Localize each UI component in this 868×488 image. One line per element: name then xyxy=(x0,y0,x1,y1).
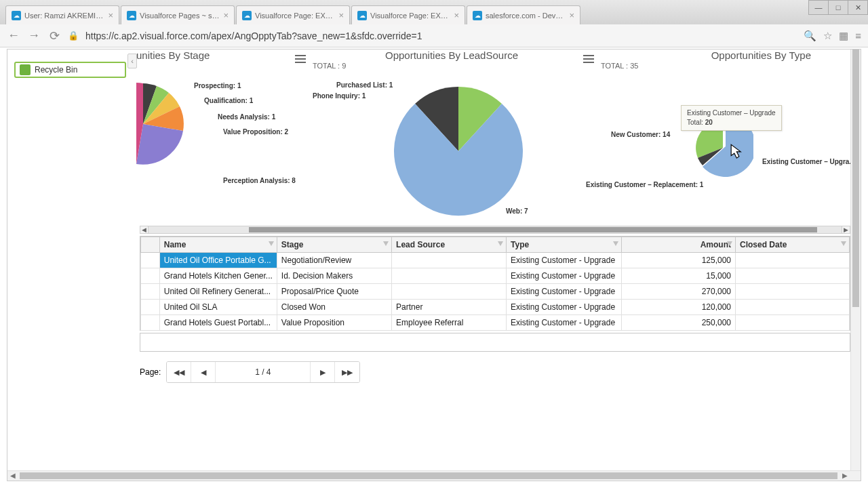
browser-tab[interactable]: ☁ Visualforce Pages ~ sales... × xyxy=(121,5,235,24)
cell-amount[interactable]: 270,000 xyxy=(621,284,735,300)
cell-lead[interactable] xyxy=(392,284,507,300)
filter-icon[interactable] xyxy=(269,241,274,246)
row-selector[interactable] xyxy=(141,253,160,268)
browser-tab[interactable]: ☁ salesforce.com - Develope... × xyxy=(467,5,580,24)
filter-icon[interactable] xyxy=(727,241,732,246)
scroll-thumb[interactable] xyxy=(249,227,817,232)
col-name[interactable]: Name xyxy=(159,237,277,253)
address-bar[interactable]: https://c.ap2.visual.force.com/apex/AngO… xyxy=(85,30,797,41)
row-selector-header[interactable] xyxy=(141,237,160,253)
scroll-thumb[interactable] xyxy=(20,472,837,479)
cell-name[interactable]: Grand Hotels Guest Portabl... xyxy=(159,315,277,331)
scroll-right-arrow[interactable]: ▶ xyxy=(842,226,850,233)
cell-amount[interactable]: 250,000 xyxy=(621,315,735,331)
table-row[interactable]: Grand Hotels Guest Portabl...Value Propo… xyxy=(141,315,850,331)
pie-leadsource[interactable] xyxy=(384,73,533,222)
cell-name[interactable]: United Oil Refinery Generat... xyxy=(159,284,277,300)
cell-stage[interactable]: Negotiation/Review xyxy=(277,253,391,268)
pager-prev-button[interactable]: ◀ xyxy=(191,362,216,382)
row-selector[interactable] xyxy=(141,268,160,284)
pager-next-button[interactable]: ▶ xyxy=(311,362,335,382)
cell-closed[interactable] xyxy=(736,253,850,268)
chart-horizontal-scrollbar[interactable]: ◀ ▶ xyxy=(140,226,850,234)
browser-tab[interactable]: ☁ User: Ramzi AKREMI ~ sal... × xyxy=(5,5,119,24)
menu-icon[interactable]: ≡ xyxy=(855,30,861,41)
col-amount[interactable]: Amount xyxy=(621,237,735,253)
tab-close-icon[interactable]: × xyxy=(569,11,574,20)
scroll-right-arrow[interactable]: ▶ xyxy=(840,471,850,481)
filter-icon[interactable] xyxy=(383,241,389,246)
cell-amount[interactable]: 15,000 xyxy=(621,268,735,284)
reload-button[interactable]: ⟳ xyxy=(47,28,61,43)
chart-menu-icon[interactable] xyxy=(583,55,594,63)
minimize-button[interactable]: — xyxy=(808,0,829,15)
col-stage[interactable]: Stage xyxy=(277,237,391,253)
cell-lead[interactable]: Partner xyxy=(392,300,507,315)
cell-type[interactable]: Existing Customer - Upgrade xyxy=(507,315,622,331)
pie-stage[interactable] xyxy=(136,77,191,171)
pie-label: Web: 7 xyxy=(506,207,528,215)
sidebar-collapse-handle[interactable]: ‹ xyxy=(127,54,137,68)
table-row[interactable]: United Oil SLAClosed WonPartnerExisting … xyxy=(141,300,850,315)
search-icon[interactable]: 🔍 xyxy=(804,30,816,42)
recycle-bin-link[interactable]: Recycle Bin xyxy=(14,62,126,78)
pager-last-button[interactable]: ▶▶ xyxy=(335,362,359,382)
chart-total: TOTAL : 35 xyxy=(601,62,638,70)
tab-close-icon[interactable]: × xyxy=(338,11,344,20)
maximize-button[interactable]: □ xyxy=(828,0,848,15)
browser-tab[interactable]: ☁ Visualforce Page: EX11An... × xyxy=(236,5,350,24)
scroll-left-arrow[interactable]: ◀ xyxy=(140,226,149,233)
cell-amount[interactable]: 120,000 xyxy=(621,300,735,315)
cell-closed[interactable] xyxy=(736,268,850,284)
cell-closed[interactable] xyxy=(736,284,850,300)
cell-type[interactable]: Existing Customer - Upgrade xyxy=(507,284,622,300)
close-button[interactable]: ✕ xyxy=(848,0,868,15)
table-row[interactable]: United Oil Office Portable G...Negotiati… xyxy=(141,253,850,268)
col-type[interactable]: Type xyxy=(507,237,622,253)
tab-close-icon[interactable]: × xyxy=(454,11,459,20)
salesforce-favicon: ☁ xyxy=(12,11,21,20)
row-selector[interactable] xyxy=(141,284,160,300)
chart-menu-icon[interactable] xyxy=(295,55,306,63)
tab-close-icon[interactable]: × xyxy=(108,11,113,20)
cell-name[interactable]: United Oil Office Portable G... xyxy=(159,253,277,268)
tooltip-total-label: Total: xyxy=(687,119,703,126)
cell-lead[interactable] xyxy=(392,253,507,268)
bookmark-icon[interactable]: ☆ xyxy=(823,30,832,42)
row-selector[interactable] xyxy=(141,315,160,331)
cell-lead[interactable]: Employee Referral xyxy=(392,315,507,331)
table-row[interactable]: Grand Hotels Kitchen Gener...Id. Decisio… xyxy=(141,268,850,284)
cell-closed[interactable] xyxy=(736,315,850,331)
cell-lead[interactable] xyxy=(392,268,507,284)
cell-stage[interactable]: Proposal/Price Quote xyxy=(277,284,391,300)
window-horizontal-scrollbar[interactable]: ◀ ▶ xyxy=(7,470,861,481)
col-lead[interactable]: Lead Source xyxy=(392,237,507,253)
extension-icon[interactable]: ▦ xyxy=(839,30,848,42)
vertical-scrollbar[interactable] xyxy=(850,49,861,481)
row-selector[interactable] xyxy=(141,300,160,315)
filter-icon[interactable] xyxy=(613,241,618,246)
filter-icon[interactable] xyxy=(841,241,846,246)
pie-label: Needs Analysis: 1 xyxy=(218,113,275,121)
cell-stage[interactable]: Value Proposition xyxy=(277,315,391,331)
cell-type[interactable]: Existing Customer - Upgrade xyxy=(507,253,622,268)
col-closed[interactable]: Closed Date xyxy=(736,237,850,253)
cell-name[interactable]: Grand Hotels Kitchen Gener... xyxy=(159,268,277,284)
cell-type[interactable]: Existing Customer - Upgrade xyxy=(507,300,622,315)
cell-amount[interactable]: 125,000 xyxy=(621,253,735,268)
cell-stage[interactable]: Closed Won xyxy=(277,300,391,315)
scroll-left-arrow[interactable]: ◀ xyxy=(7,471,18,481)
table-row[interactable]: United Oil Refinery Generat...Proposal/P… xyxy=(141,284,850,300)
scroll-thumb[interactable] xyxy=(852,49,859,307)
cell-name[interactable]: United Oil SLA xyxy=(159,300,277,315)
chart-by-leadsource: Opportunities By LeadSource TOTAL : 9 Pu… xyxy=(309,49,594,266)
browser-tab[interactable]: ☁ Visualforce Page: EX11An... × xyxy=(351,5,465,24)
pager-first-button[interactable]: ◀◀ xyxy=(167,362,191,382)
cell-type[interactable]: Existing Customer - Upgrade xyxy=(507,268,622,284)
back-button[interactable]: ← xyxy=(7,28,20,43)
tab-close-icon[interactable]: × xyxy=(223,11,229,20)
filter-icon[interactable] xyxy=(498,241,503,246)
cell-stage[interactable]: Id. Decision Makers xyxy=(277,268,391,284)
forward-button[interactable]: → xyxy=(27,28,41,43)
cell-closed[interactable] xyxy=(736,300,850,315)
